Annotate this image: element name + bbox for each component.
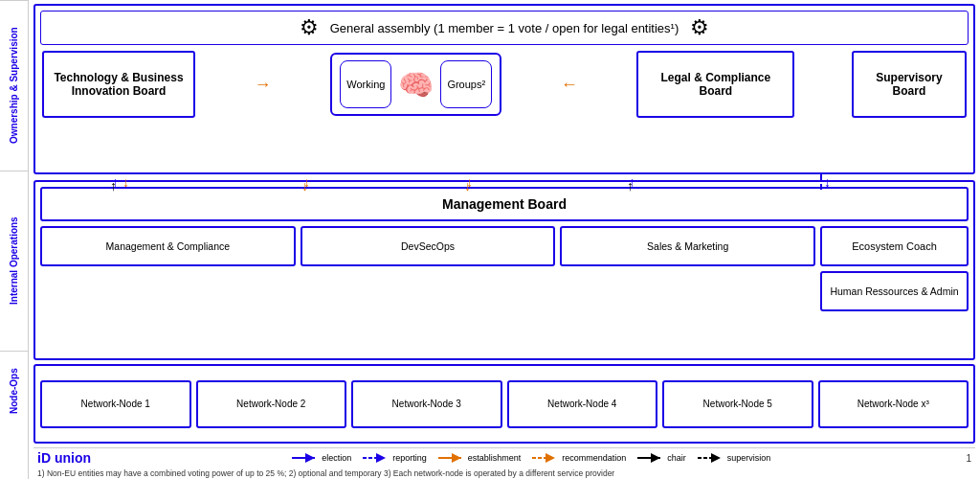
id-union-logo: iD union <box>37 450 91 466</box>
innovation-board: Technology & Business Innovation Board <box>42 51 195 118</box>
legend-recommendation: recommendation <box>530 452 626 464</box>
legal-board: Legal & Compliance Board <box>636 51 794 118</box>
legend-reporting: reporting <box>361 452 427 464</box>
ownership-label: Ownership & Supervision <box>0 0 28 171</box>
op-sales-marketing: Sales & Marketing <box>560 226 815 266</box>
legend-establishment: establishment <box>436 452 522 464</box>
legend-section: iD union election reporting establishmen… <box>33 447 975 468</box>
working-box: Working <box>340 60 391 108</box>
gear-icon-left: ⚙ <box>300 15 319 40</box>
legend-election: election <box>290 452 351 464</box>
orange-arrow-to-legal: ← <box>561 75 578 95</box>
node-2: Network-Node 2 <box>196 380 347 428</box>
footnote: 1) Non-EU entities may have a combined v… <box>33 468 975 479</box>
brain-icon: 🧠 <box>398 68 434 102</box>
node-5: Network-Node 5 <box>662 380 813 428</box>
node-1: Network-Node 1 <box>40 380 191 428</box>
node-x: Network-Node x³ <box>818 380 969 428</box>
groups-box: Groups² <box>440 60 492 108</box>
ecosystem-coach: Ecosystem Coach <box>820 226 969 266</box>
management-board: Management Board <box>40 187 969 221</box>
op-devsecops: DevSecOps <box>301 226 556 266</box>
nodeops-section: Network-Node 1 Network-Node 2 Network-No… <box>33 364 975 444</box>
supervisory-board: Supervisory Board <box>852 51 967 118</box>
node-4: Network-Node 4 <box>507 380 658 428</box>
ownership-section: ⚙ General assembly (1 member = 1 vote / … <box>33 4 975 174</box>
page-number: 1 <box>966 453 971 464</box>
gear-icon-right: ⚙ <box>690 15 709 40</box>
op-hr-admin: Human Ressources & Admin <box>820 271 969 311</box>
internal-section: Management Board Management & Compliance… <box>33 180 975 360</box>
general-assembly-bar: ⚙ General assembly (1 member = 1 vote / … <box>40 11 969 45</box>
general-assembly-text: General assembly (1 member = 1 vote / op… <box>330 21 679 35</box>
orange-arrow-to-center: → <box>255 75 272 95</box>
internal-label: Internal Operations <box>0 171 28 351</box>
center-group-box: Working 🧠 Groups² <box>330 53 501 116</box>
legend-chair: chair <box>635 452 686 464</box>
op-management-compliance: Management & Compliance <box>40 226 296 266</box>
nodeops-label: Node-Ops <box>0 351 28 430</box>
legend-supervision: supervision <box>696 452 771 464</box>
node-3: Network-Node 3 <box>351 380 502 428</box>
